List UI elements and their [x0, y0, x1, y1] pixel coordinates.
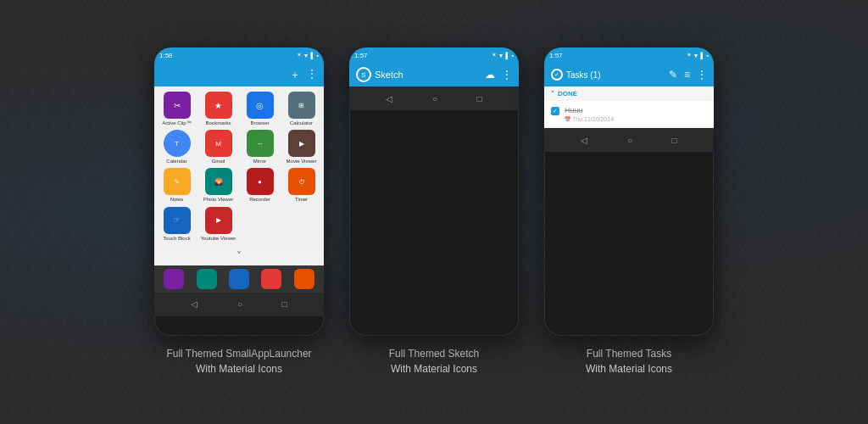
list-item[interactable]: ◎ Browser — [241, 92, 279, 126]
app-label: Mirror — [253, 159, 267, 165]
app-label: Calendar — [166, 159, 186, 165]
app-label: Youtube Viewer — [201, 236, 236, 242]
phone3-toolbar: ✓ Tasks (1) ✎ ≡ ⋮ — [544, 63, 714, 86]
phone1-dock — [154, 265, 324, 293]
app-icon-timer: ⏱ — [288, 168, 315, 195]
list-item[interactable]: ⊞ Calculator — [282, 92, 320, 126]
back-icon[interactable]: ◁ — [191, 299, 198, 309]
add-icon[interactable]: ＋ — [290, 68, 300, 82]
dock-item[interactable] — [197, 269, 217, 289]
dock-item[interactable] — [229, 269, 249, 289]
phone1-screen: ✂ Active Clip™ ★ Bookmarks ◎ Browser ⊞ C… — [154, 86, 324, 265]
table-row[interactable]: ✓ Huuu 📅 Thu 11/20/2014 — [544, 101, 714, 128]
more-vert-icon[interactable]: ⋮ — [307, 68, 317, 82]
signal-icon: ▌ — [311, 53, 315, 59]
list-item[interactable]: ▶ Youtube Viewer — [199, 207, 237, 242]
task-title: Huuu — [565, 106, 707, 114]
list-item[interactable]: ★ Bookmarks — [199, 92, 237, 126]
wifi-icon: ▼ — [303, 53, 309, 59]
list-item[interactable]: T Calendar — [158, 130, 196, 165]
app-label: Bookmarks — [205, 120, 231, 126]
phone3: 1:57 ✶ ▼ ▌ ▪ ✓ Tasks (1) ✎ ≡ ⋮ — [544, 47, 714, 336]
section-chevron-icon: ˅ — [551, 90, 554, 98]
phone1: 1:58 ✶ ▼ ▌ ▪ ＋ ⋮ — [154, 47, 324, 336]
phone1-status-icons: ✶ ▼ ▌ ▪ — [297, 52, 319, 59]
bluetooth-icon: ✶ — [687, 52, 692, 59]
dock-item[interactable] — [261, 269, 281, 289]
phone3-status-bar: 1:57 ✶ ▼ ▌ ▪ — [544, 47, 714, 63]
app-icon-touchblock: ☞ — [164, 207, 191, 234]
home-icon[interactable]: ○ — [432, 94, 437, 103]
signal-icon: ▌ — [701, 53, 705, 59]
home-icon[interactable]: ○ — [237, 299, 242, 309]
app-icon-youtube: ▶ — [205, 207, 232, 234]
tasks-check-icon: ✓ — [551, 69, 563, 81]
app-icon-notes: ✎ — [164, 168, 191, 195]
app-label: Photo Viewer — [203, 197, 234, 203]
phone3-nav-bar: ◁ ○ □ — [544, 128, 714, 152]
phone1-toolbar-icons: ＋ ⋮ — [290, 68, 317, 82]
recents-icon[interactable]: □ — [672, 136, 677, 145]
phone1-caption: Full Themed SmallAppLauncher With Materi… — [166, 346, 311, 377]
app-icon-bookmarks: ★ — [205, 92, 232, 119]
phone1-status-bar: 1:58 ✶ ▼ ▌ ▪ — [154, 47, 324, 63]
back-icon[interactable]: ◁ — [386, 94, 392, 103]
phone1-nav-bar: ◁ ○ □ — [154, 293, 324, 316]
cloud-upload-icon[interactable]: ☁ — [485, 69, 495, 81]
wifi-icon: ▼ — [498, 53, 504, 59]
list-item[interactable]: M Gmail — [199, 130, 237, 165]
sketch-logo: S — [356, 67, 371, 82]
list-item[interactable]: ↔ Mirror — [241, 130, 279, 165]
more-vert-icon[interactable]: ⋮ — [502, 69, 512, 81]
phone2-wrapper: 1:57 ✶ ▼ ▌ ▪ S Sketch ☁ ⋮ — [349, 47, 519, 377]
phone3-time: 1:57 — [549, 52, 563, 59]
dock-item[interactable] — [294, 269, 314, 289]
phone3-screen: ˅ DONE ✓ Huuu 📅 Thu 11/20/2014 — [544, 86, 714, 128]
list-item[interactable]: 🌄 Photo Viewer — [199, 168, 237, 203]
app-icon-activeclip: ✂ — [164, 92, 191, 119]
app-label: Recorder — [249, 197, 270, 203]
tasks-toolbar-title: ✓ Tasks (1) — [551, 69, 664, 81]
app-icon-recorder: ● — [247, 168, 274, 195]
phone2-nav-bar: ◁ ○ □ — [349, 86, 519, 110]
bluetooth-icon: ✶ — [297, 52, 302, 59]
more-vert-icon[interactable]: ⋮ — [697, 69, 707, 81]
checkmark-icon: ✓ — [553, 108, 558, 114]
task-date: 📅 Thu 11/20/2014 — [565, 116, 707, 122]
phones-row: 1:58 ✶ ▼ ▌ ▪ ＋ ⋮ — [137, 31, 731, 393]
phone2-time: 1:57 — [354, 52, 368, 59]
app-icon-calculator: ⊞ — [288, 92, 315, 119]
section-label: DONE — [558, 90, 577, 98]
filter-list-icon[interactable]: ≡ — [684, 69, 690, 81]
phone3-toolbar-icons: ✎ ≡ ⋮ — [669, 69, 707, 81]
back-icon[interactable]: ◁ — [581, 136, 587, 145]
list-item[interactable]: ✂ Active Clip™ — [158, 92, 196, 126]
app-label: Notes — [170, 197, 184, 203]
signal-icon: ▌ — [506, 53, 510, 59]
phone2: 1:57 ✶ ▼ ▌ ▪ S Sketch ☁ ⋮ — [349, 47, 519, 336]
app-label: Active Clip™ — [162, 120, 191, 126]
edit-icon[interactable]: ✎ — [669, 69, 677, 81]
phone3-status-icons: ✶ ▼ ▌ ▪ — [687, 52, 709, 59]
dock-item[interactable] — [164, 269, 184, 289]
recents-icon[interactable]: □ — [282, 299, 287, 309]
list-item[interactable]: ▶ Movie Viewer — [282, 130, 320, 165]
list-item[interactable]: ● Recorder — [241, 168, 279, 203]
task-checkbox[interactable]: ✓ — [551, 107, 559, 115]
list-item[interactable]: ☞ Touch Block — [158, 207, 196, 242]
app-grid: ✂ Active Clip™ ★ Bookmarks ◎ Browser ⊞ C… — [154, 86, 324, 247]
app-icon-gmail: M — [205, 130, 232, 157]
recents-icon[interactable]: □ — [477, 94, 482, 103]
home-icon[interactable]: ○ — [627, 136, 632, 145]
app-label: Gmail — [212, 159, 225, 165]
wifi-icon: ▼ — [693, 53, 699, 59]
phone2-status-icons: ✶ ▼ ▌ ▪ — [492, 52, 514, 59]
phone2-toolbar-icons: ☁ ⋮ — [485, 69, 512, 81]
battery-icon: ▪ — [317, 53, 319, 59]
battery-icon: ▪ — [707, 53, 709, 59]
app-label: Movie Viewer — [287, 159, 317, 165]
list-item[interactable]: ⏱ Timer — [282, 168, 320, 203]
list-item[interactable]: ✎ Notes — [158, 168, 196, 203]
phone2-toolbar-title: Sketch — [375, 70, 485, 80]
show-more[interactable]: ˅ — [154, 247, 324, 265]
